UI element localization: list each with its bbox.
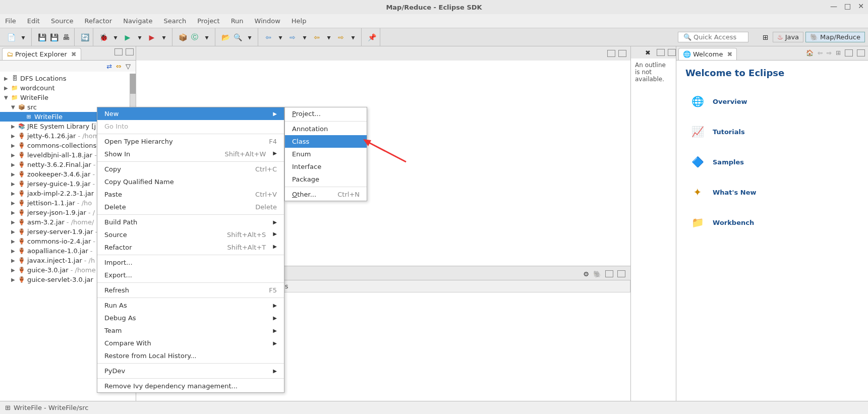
welcome-min-icon[interactable] [845,49,853,56]
new-submenu[interactable]: Project... Annotation Class Enum Interfa… [284,107,367,201]
tree-src[interactable]: src [27,103,37,111]
run-icon[interactable]: ▶ [123,32,133,42]
outline-min-icon[interactable] [657,49,665,56]
save-all-icon[interactable]: 💾 [49,32,59,42]
ctx-source[interactable]: SourceShift+Alt+S▶ [97,228,284,241]
link-editor-icon[interactable]: ⇔ [116,63,122,70]
nav-back-icon[interactable]: ⇦ [818,49,823,56]
nav-icon[interactable]: ⇦ [263,32,273,42]
ctx-debug-as[interactable]: Debug As▶ [97,312,284,324]
ctx-import[interactable]: Import... [97,256,284,269]
close-outline-icon[interactable]: ✖ [645,49,651,56]
ctx-delete[interactable]: DeleteDelete [97,201,284,213]
ctx-refactor[interactable]: RefactorShift+Alt+T▶ [97,241,284,254]
close-view-icon[interactable]: ✖ [71,50,77,58]
ext-run-icon[interactable]: ▶ [147,32,157,42]
close-welcome-icon[interactable]: ✖ [727,50,732,58]
sub-class[interactable]: Class [285,135,367,148]
ctx-open-type-hierarchy[interactable]: Open Type HierarchyF4 [97,135,284,148]
ctx-pydev[interactable]: PyDev▶ [97,365,284,377]
back-icon[interactable]: ⇦ [312,32,322,42]
context-menu[interactable]: New▶ Go Into Open Type HierarchyF4 Show … [97,107,284,393]
dropdown-icon[interactable]: ▾ [18,32,28,42]
menu-file[interactable]: File [3,16,18,26]
pin-icon[interactable]: 📌 [367,32,377,42]
ctx-show-in[interactable]: Show InShift+Alt+W▶ [97,148,284,160]
sub-package[interactable]: Package [285,173,367,186]
sub-interface[interactable]: Interface [285,160,367,173]
home-icon[interactable]: 🏠 [806,49,814,56]
welcome-workbench[interactable]: 📁Workbench [690,215,854,229]
ctx-build-path[interactable]: Build Path▶ [97,216,284,228]
quick-access-input[interactable] [693,33,743,41]
ctx-paste[interactable]: PasteCtrl+V [97,188,284,201]
fwd-icon[interactable]: ⇨ [336,32,346,42]
minimize-button[interactable]: — [830,2,837,10]
menu-window[interactable]: Window [253,16,282,26]
quick-access[interactable]: 🔍 [678,32,748,42]
minimize-view-icon[interactable] [114,48,123,55]
max-icon[interactable] [617,270,625,277]
ctx-refresh[interactable]: RefreshF5 [97,284,284,297]
menu-run[interactable]: Run [229,16,246,26]
menu-search[interactable]: Search [161,16,188,26]
min-icon[interactable] [605,270,613,277]
new-class-icon[interactable]: Ⓒ [190,32,200,42]
close-button[interactable]: ✕ [858,2,864,10]
ctx-export[interactable]: Export... [97,269,284,281]
hadoop-new-icon[interactable]: 🐘 [593,270,601,278]
welcome-tab[interactable]: 🌐 Welcome ✖ [678,48,737,60]
menu-edit[interactable]: Edit [25,16,42,26]
col-status[interactable]: Status [262,280,630,292]
ctx-restore[interactable]: Restore from Local History... [97,349,284,362]
tree-dfs[interactable]: DFS Locations [20,75,66,82]
welcome-overview[interactable]: 🌐Overview [690,94,854,108]
welcome-samples[interactable]: 🔷Samples [690,155,854,169]
nav-icon2[interactable]: ⇨ [287,32,298,42]
ctx-team[interactable]: Team▶ [97,324,284,337]
ctx-new[interactable]: New▶ [97,107,284,120]
customize-icon[interactable]: ⊞ [836,49,841,56]
ctx-copy-qualified[interactable]: Copy Qualified Name [97,175,284,188]
sub-enum[interactable]: Enum [285,148,367,160]
welcome-tutorials[interactable]: 📈Tutorials [690,125,854,139]
perspective-mapreduce[interactable]: 🐘Map/Reduce [805,32,865,42]
ctx-ivy[interactable]: Remove Ivy dependency management... [97,380,284,392]
open-type-icon[interactable]: 📂 [220,32,230,42]
open-perspective-icon[interactable]: ⊞ [761,32,771,42]
editor-min-icon[interactable] [607,50,615,57]
tree-wordcount[interactable]: wordcount [20,84,55,92]
ctx-copy[interactable]: CopyCtrl+C [97,163,284,175]
tree-jre[interactable]: JRE System Library [j [27,123,96,130]
outline-max-icon[interactable] [668,49,676,56]
sub-other[interactable]: Other...Ctrl+N [285,188,367,201]
save-icon[interactable]: 💾 [37,32,47,42]
menu-project[interactable]: Project [195,16,221,26]
print-icon[interactable]: 🖶 [61,32,71,42]
menu-navigate[interactable]: Navigate [121,16,154,26]
editor-max-icon[interactable] [618,50,626,57]
welcome-whatsnew[interactable]: ✦What's New [690,185,854,199]
nav-fwd-icon[interactable]: ⇨ [827,49,832,56]
maximize-button[interactable]: □ [844,2,851,10]
gear-icon[interactable]: ⚙ [583,270,589,278]
perspective-java[interactable]: ♨Java [773,32,803,42]
maximize-view-icon[interactable] [126,48,134,55]
collapse-all-icon[interactable]: ⇄ [106,63,112,70]
sub-project[interactable]: Project... [285,107,367,120]
welcome-max-icon[interactable] [857,49,865,56]
menu-source[interactable]: Source [49,16,76,26]
menu-help[interactable]: Help [290,16,309,26]
debug-icon[interactable]: 🐞 [98,32,108,42]
menu-refactor[interactable]: Refactor [83,16,114,26]
search-icon[interactable]: 🔍 [233,32,243,42]
project-explorer-tab[interactable]: 🗂 Project Explorer ✖ [2,48,81,60]
sync-icon[interactable]: 🔄 [80,32,90,42]
view-menu-icon[interactable]: ▽ [126,63,131,70]
new-wizard-icon[interactable]: 📄 [6,32,16,42]
ctx-run-as[interactable]: Run As▶ [97,299,284,312]
ctx-compare[interactable]: Compare With▶ [97,337,284,349]
tree-writefile[interactable]: WriteFile [20,94,48,101]
new-package-icon[interactable]: 📦 [178,32,188,42]
sub-annotation[interactable]: Annotation [285,123,367,135]
